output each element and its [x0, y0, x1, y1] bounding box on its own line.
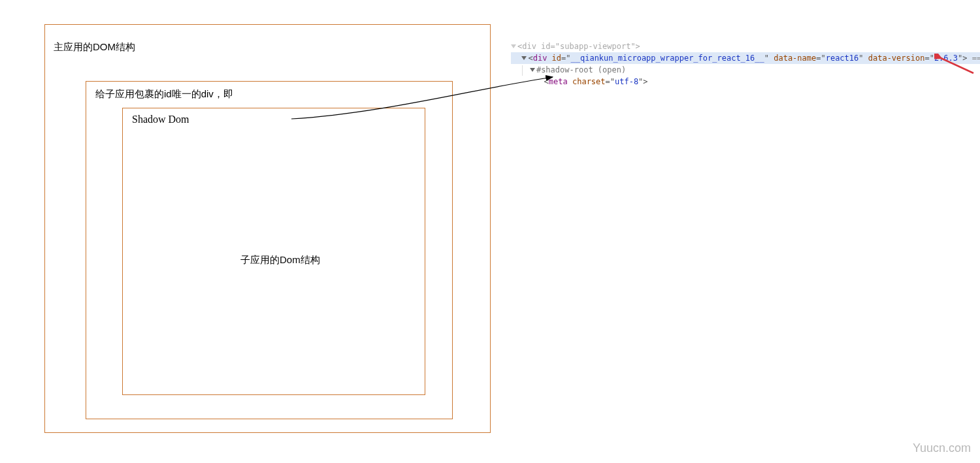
shadow-dom-title: Shadow Dom — [132, 114, 189, 125]
diagram-container: 主应用的DOM结构 给子应用包裹的id唯一的div，即 Shadow Dom 子… — [44, 24, 491, 433]
caret-icon — [521, 56, 527, 60]
code-line-0: <div id="subapp-viewport"> — [511, 40, 980, 52]
caret-icon — [530, 68, 535, 72]
code-line-3: <meta charset="utf-8"> — [511, 76, 980, 88]
code-line-highlighted[interactable]: <div id="__qiankun_microapp_wrapper_for_… — [511, 52, 980, 64]
code-line-2: #shadow-root (open) — [511, 64, 980, 76]
devtools-html-snippet: <div id="subapp-viewport"> <div id="__qi… — [511, 40, 980, 88]
outer-app-label: 主应用的DOM结构 — [54, 41, 135, 54]
child-app-label: 子应用的Dom结构 — [240, 254, 320, 266]
tree-guide-line — [522, 65, 523, 76]
shadow-dom-box — [122, 108, 425, 395]
watermark: Yuucn.com — [913, 441, 971, 455]
caret-icon — [511, 44, 516, 48]
wrapper-div-label: 给子应用包裹的id唯一的div，即 — [95, 88, 233, 101]
